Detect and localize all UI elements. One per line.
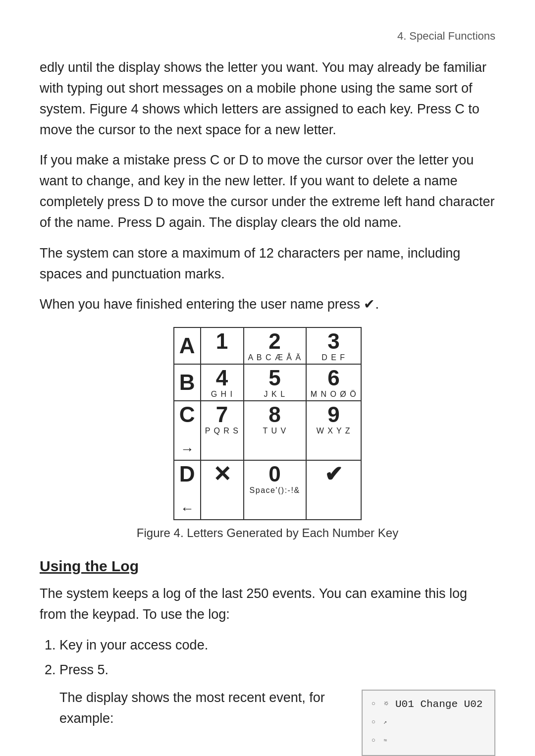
arrow-right-icon: → bbox=[180, 441, 194, 457]
lcd-icon-1: ⛭ bbox=[383, 699, 391, 709]
log-step-1: Key in your access code. bbox=[59, 635, 495, 656]
lcd-text-2 bbox=[395, 713, 402, 731]
arrow-left-icon: ← bbox=[180, 501, 194, 516]
paragraph-1: edly until the display shows the letter … bbox=[40, 57, 495, 140]
lcd-line-1: ○ ⛭ U01 Change U02 bbox=[372, 696, 485, 713]
key-label-D: D ← bbox=[174, 460, 201, 520]
key-2: 2 A B C Æ Å Ä bbox=[244, 327, 306, 364]
paragraph-2: If you make a mistake press C or D to mo… bbox=[40, 150, 495, 233]
lcd-icon-3: ≈ bbox=[383, 736, 391, 746]
log-step-2: Press 5. bbox=[59, 660, 495, 681]
header-text: 4. Special Functions bbox=[397, 30, 495, 42]
key-check: ✔ bbox=[306, 460, 362, 520]
lcd-dot-3: ○ bbox=[372, 735, 379, 746]
lcd-text-3 bbox=[395, 732, 402, 750]
log-intro-text: The system keeps a log of the last 250 e… bbox=[40, 584, 495, 625]
key-5: 5 J K L bbox=[244, 364, 306, 401]
lcd-text-1: U01 Change U02 bbox=[395, 696, 482, 713]
key-8: 8 T U V bbox=[244, 401, 306, 460]
lcd-dot-1: ○ bbox=[372, 699, 379, 709]
figure-caption: Figure 4. Letters Generated by Each Numb… bbox=[40, 526, 495, 540]
key-label-C: C → bbox=[174, 401, 201, 460]
lcd-line-3: ○ ≈ bbox=[372, 732, 485, 750]
log-steps-list: Key in your access code. Press 5. bbox=[59, 635, 495, 681]
key-label-B: B bbox=[174, 364, 201, 401]
step2-description: The display shows the most recent event,… bbox=[40, 688, 347, 729]
page-header: 4. Special Functions bbox=[40, 30, 495, 43]
key-6: 6 M N O Ø Ö bbox=[306, 364, 362, 401]
paragraph-3: The system can store a maximum of 12 cha… bbox=[40, 243, 495, 285]
key-9: 9 W X Y Z bbox=[306, 401, 362, 460]
key-0: 0 Space'():-!& bbox=[244, 460, 306, 520]
lcd-icon-2: ↗ bbox=[383, 717, 391, 727]
key-4: 4 G H I bbox=[201, 364, 244, 401]
key-7: 7 P Q R S bbox=[201, 401, 244, 460]
section-heading-using-log: Using the Log bbox=[40, 558, 495, 575]
lcd-line-2: ○ ↗ bbox=[372, 713, 485, 731]
key-1: 1 bbox=[201, 327, 244, 364]
page-container: 4. Special Functions edly until the disp… bbox=[0, 0, 535, 756]
paragraph-4: When you have finished entering the user… bbox=[40, 294, 495, 315]
key-table: A 1 2 A B C Æ Å Ä 3 D E F B bbox=[173, 327, 362, 520]
step2-display-row: The display shows the most recent event,… bbox=[40, 688, 495, 756]
lcd-display: ○ ⛭ U01 Change U02 ○ ↗ ○ ≈ bbox=[362, 690, 495, 756]
lcd-dot-2: ○ bbox=[372, 717, 379, 728]
keyboard-diagram: A 1 2 A B C Æ Å Ä 3 D E F B bbox=[40, 327, 495, 520]
key-x: ✕ bbox=[201, 460, 244, 520]
key-3: 3 D E F bbox=[306, 327, 362, 364]
key-label-A: A bbox=[174, 327, 201, 364]
